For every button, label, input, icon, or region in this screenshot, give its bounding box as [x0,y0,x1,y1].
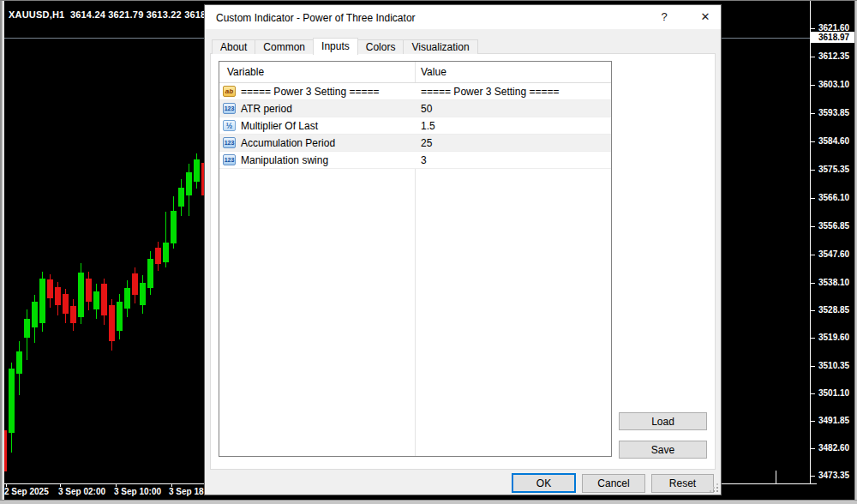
candle-body [155,248,161,264]
price-tick [811,170,815,171]
price-tick-label: 3528.85 [818,305,849,315]
price-tick [811,113,815,114]
candle-body [55,287,61,305]
candle-body [39,279,45,323]
time-axis-label: 3 Sep 02:00 [58,487,105,496]
price-tick-label: 3547.60 [818,249,849,259]
column-header-variable[interactable]: Variable [219,66,415,78]
param-value-cell[interactable]: ===== Power 3 Setting ===== [415,86,559,98]
param-variable-cell[interactable]: ½Multiplier Of Last [219,117,415,134]
price-tick [811,448,815,449]
tab-common[interactable]: Common [255,39,314,54]
price-tick [811,226,815,227]
candle-body [78,273,84,317]
price-tick [811,255,815,255]
candle-body [70,306,76,323]
price-axis[interactable]: 3621.603618.973612.353603.103593.853584.… [811,0,857,483]
price-tick [811,198,815,199]
candle-body [109,305,115,341]
param-row[interactable]: ab===== Power 3 Setting ========== Power… [219,83,611,100]
dialog-title: Custom Indicator - Power of Three Indica… [216,12,416,24]
resize-grip-icon[interactable] [709,483,718,492]
candle-body [147,259,153,288]
candle-body [178,188,184,207]
candle-body [171,211,177,243]
price-tick-label: 3584.60 [818,136,849,146]
inputs-table[interactable]: Variable Value ab===== Power 3 Setting =… [219,61,612,457]
candle-body [194,159,200,182]
candle-body [163,243,169,262]
number-type-icon: 123 [223,137,236,148]
candle-body [186,172,192,195]
param-variable-label: Multiplier Of Last [241,120,318,132]
param-variable-cell[interactable]: 123Manipulation swing [219,152,415,168]
window-frame-top [0,0,857,1]
price-tick-label: 3593.85 [818,108,849,117]
param-row[interactable]: 123ATR period50 [219,100,611,117]
ok-button[interactable]: OK [512,473,576,493]
param-variable-cell[interactable]: 123ATR period [219,100,415,117]
number-type-icon: 123 [223,103,236,114]
param-value-cell[interactable]: 3 [415,154,427,166]
price-tick-label: 3575.35 [818,165,849,174]
time-axis-label: 3 Sep 10:00 [114,487,161,496]
price-tick-label: 3510.35 [818,361,849,370]
candle-body [32,302,38,327]
close-icon[interactable]: ✕ [698,10,713,24]
application-window: XAUUSD,H1 3614.24 3621.79 3613.22 3618.9… [0,0,857,504]
candle-body [16,351,22,374]
price-tick-label: 3603.10 [818,80,849,89]
price-tick-label: 3482.60 [818,443,849,453]
candle-body [132,273,138,295]
price-tick-label: 3566.10 [818,193,849,202]
candle-body [86,279,92,302]
candle-body [124,288,130,309]
price-tick [811,57,815,57]
window-frame-left [0,0,4,504]
price-tick [811,85,815,86]
dialog-title-bar[interactable]: Custom Indicator - Power of Three Indica… [205,5,721,29]
tab-inputs[interactable]: Inputs [313,38,358,55]
param-value-cell[interactable]: 50 [415,103,432,115]
column-header-value[interactable]: Value [415,66,446,78]
param-row[interactable]: 123Manipulation swing3 [219,152,611,169]
tab-about[interactable]: About [212,39,255,54]
help-button[interactable]: ? [656,10,672,24]
candle-body [24,319,30,338]
param-value-cell[interactable]: 1.5 [415,120,435,132]
price-tick-label: 3519.60 [818,333,849,342]
tab-visualization[interactable]: Visualization [403,39,477,54]
candle-body [117,302,123,331]
tab-bar: AboutCommonInputsColorsVisualization [212,37,477,54]
param-variable-label: ===== Power 3 Setting ===== [241,86,379,98]
param-variable-label: Manipulation swing [241,154,328,166]
price-tick-label: 3612.35 [818,51,849,61]
save-button[interactable]: Save [619,441,707,459]
price-tick [811,28,815,29]
price-tick-label: 3556.85 [818,221,849,231]
param-value-cell[interactable]: 25 [415,137,432,149]
price-tick-label: 3538.10 [818,278,849,287]
reset-button[interactable]: Reset [651,474,714,493]
param-variable-cell[interactable]: ab===== Power 3 Setting ===== [219,83,415,99]
candle-body [9,369,15,433]
indicator-dialog: Custom Indicator - Power of Three Indica… [204,4,722,495]
candle-body [140,283,146,305]
tab-colors[interactable]: Colors [357,39,405,54]
fraction-type-icon: ½ [223,120,236,131]
price-tick-label: 3491.85 [818,416,849,425]
price-tick [811,338,815,339]
param-variable-label: Accumulation Period [241,137,335,149]
price-tick [811,476,815,477]
param-variable-cell[interactable]: 123Accumulation Period [219,135,415,151]
param-variable-label: ATR period [241,103,292,115]
price-tick [811,366,815,367]
param-row[interactable]: ½Multiplier Of Last1.5 [219,117,611,135]
cancel-button[interactable]: Cancel [582,474,645,493]
param-row[interactable]: 123Accumulation Period25 [219,135,611,152]
candle-body [101,284,107,315]
time-tick [776,471,776,483]
time-axis-label: 2 Sep 2025 [4,487,49,496]
candle-body [63,294,69,314]
load-button[interactable]: Load [619,412,707,430]
